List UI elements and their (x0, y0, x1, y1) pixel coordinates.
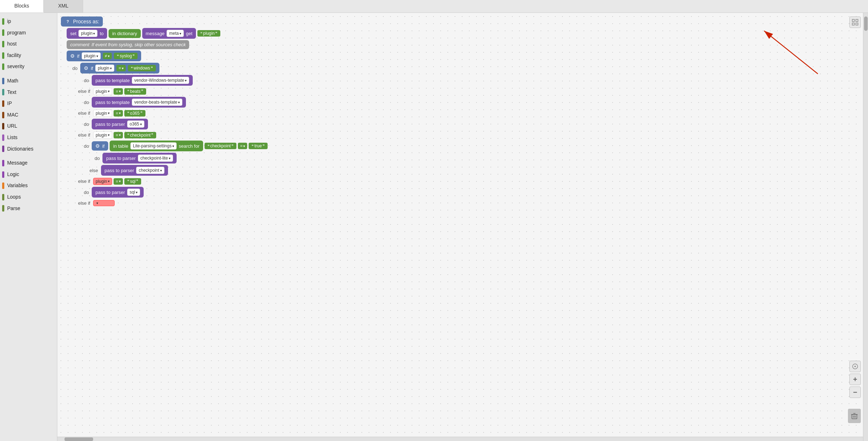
sidebar-item-parse[interactable]: Parse (0, 203, 57, 214)
plugin-dropdown-3[interactable]: ▾ (110, 66, 112, 70)
pass-windows-block[interactable]: pass to template vendor-Windows-template… (92, 75, 193, 86)
syslog-string-pill[interactable]: ❝ syslog ❞ (114, 53, 138, 59)
sql-string-pill[interactable]: ❝ sql ❞ (124, 178, 141, 185)
in-table-block[interactable]: in table Lite-parsing-settings ▾ search … (110, 141, 203, 151)
o365-parser-dropdown[interactable]: ▾ (140, 122, 142, 126)
plugin-dropdown-arrow[interactable]: ▾ (93, 32, 95, 35)
checkpoint-lite-pill[interactable]: checkpoint-lite ▾ (138, 155, 173, 162)
neq-symbol: ≠ (105, 53, 107, 58)
sidebar-item-ip2[interactable]: IP (0, 98, 57, 109)
pass-sql-block[interactable]: pass to parser sql ▾ (92, 187, 144, 198)
plugin-dropdown-6[interactable]: ▾ (108, 133, 110, 137)
plugin-dropdown-8[interactable]: ▾ (96, 201, 98, 205)
pass-o365-block[interactable]: pass to parser o365 ▾ (92, 119, 148, 129)
plugin-dropdown-4[interactable]: ▾ (108, 89, 110, 93)
sidebar-item-host[interactable]: host (0, 38, 57, 50)
beats-string-pill[interactable]: ❝ beats ❞ (124, 88, 146, 95)
process-block[interactable]: ? Process as: (61, 16, 103, 27)
canvas-area[interactable]: ? Process as: set plugin ▾ to in diction… (57, 13, 868, 441)
sidebar-item-message[interactable]: Message (0, 157, 57, 169)
tab-xml[interactable]: XML (44, 0, 83, 13)
sidebar-item-text[interactable]: Text (0, 87, 57, 98)
eq-dropdown-3[interactable]: ▾ (119, 111, 121, 115)
eq-pill-5[interactable]: = ▾ (238, 143, 247, 149)
plugin-dropdown-7[interactable]: ▾ (108, 179, 110, 183)
sidebar-item-lists[interactable]: Lists (0, 132, 57, 143)
plugin-pill-5[interactable]: plugin ▾ (93, 110, 112, 117)
set-block[interactable]: set plugin ▾ to (67, 28, 107, 39)
message-meta-block[interactable]: message meta ▾ get (142, 28, 196, 39)
tab-blocks[interactable]: Blocks (0, 0, 44, 13)
plugin-pill-4[interactable]: plugin ▾ (93, 88, 112, 95)
eq-dropdown-1[interactable]: ▾ (122, 66, 124, 70)
expand-button[interactable] (849, 16, 861, 28)
pass-beats-block[interactable]: pass to template vendor-beats-template ▾ (92, 97, 186, 108)
checkpoint-lite-dropdown[interactable]: ▾ (169, 156, 171, 160)
plugin-pill-8[interactable]: ▾ (93, 200, 115, 206)
vendor-windows-pill[interactable]: vendor-Windows-template ▾ (132, 77, 189, 84)
eq-dropdown-2[interactable]: ▾ (119, 89, 121, 93)
h-scrollbar-thumb[interactable] (64, 437, 93, 441)
if-syslog-block[interactable]: ⚙ if plugin ▾ ≠ ▾ ❝ syslog ❞ (67, 51, 141, 61)
zoom-out-button[interactable]: − (849, 387, 861, 398)
o365-string-pill[interactable]: ❝ o365 ❞ (124, 110, 145, 117)
neq-dropdown[interactable]: ▾ (108, 54, 110, 58)
zoom-in-button[interactable]: + (849, 374, 861, 385)
sql-parser-dropdown[interactable]: ▾ (136, 190, 138, 194)
trash-button[interactable] (848, 409, 861, 423)
in-dictionary-block[interactable]: in dictionary (109, 29, 140, 38)
vendor-beats-pill[interactable]: vendor-beats-template ▾ (132, 99, 182, 106)
sidebar-item-logic[interactable]: Logic (0, 169, 57, 180)
plugin-pill-1[interactable]: plugin ▾ (78, 30, 97, 37)
sidebar-item-severity[interactable]: severity (0, 61, 57, 72)
vendor-windows-dropdown[interactable]: ▾ (185, 79, 187, 82)
plugin-pill-3[interactable]: plugin ▾ (95, 65, 114, 72)
checkpoint-parser-dropdown[interactable]: ▾ (160, 169, 162, 172)
plugin-pill-7[interactable]: plugin ▾ (93, 178, 112, 185)
plugin-pill-2[interactable]: plugin ▾ (82, 52, 101, 60)
checkpoint-key-pill[interactable]: ❝ checkpoint ❞ (205, 143, 236, 149)
plugin-dropdown-2[interactable]: ▾ (96, 54, 98, 58)
lite-parsing-pill[interactable]: Lite-parsing-settings ▾ (130, 142, 177, 150)
canvas-scrollbar[interactable] (863, 13, 868, 441)
vendor-beats-dropdown[interactable]: ▾ (178, 100, 180, 104)
recenter-button[interactable] (849, 361, 861, 372)
eq-dropdown-6[interactable]: ▾ (119, 179, 121, 183)
checkpoint-string-pill[interactable]: ❝ checkpoint ❞ (124, 132, 156, 138)
plugin-pill-6[interactable]: plugin ▾ (93, 132, 112, 139)
sidebar-item-loops[interactable]: Loops (0, 191, 57, 203)
meta-dropdown-arrow[interactable]: ▾ (179, 32, 181, 35)
plugin-string-pill[interactable]: ❝ plugin ❞ (197, 30, 220, 37)
eq-dropdown-5[interactable]: ▾ (243, 144, 245, 148)
eq-pill-4[interactable]: = ▾ (114, 132, 123, 138)
eq-pill-2[interactable]: = ▾ (114, 88, 123, 95)
true-string-pill[interactable]: ❝ true ❞ (249, 143, 268, 149)
sidebar-item-dictionaries[interactable]: Dictionaries (0, 143, 57, 155)
eq-pill-1[interactable]: = ▾ (116, 65, 126, 71)
pass-checkpoint-block[interactable]: pass to parser checkpoint ▾ (101, 165, 168, 176)
eq-pill-6[interactable]: = ▾ (114, 178, 123, 185)
neq-pill[interactable]: ≠ ▾ (103, 53, 112, 59)
sidebar-item-mac[interactable]: MAC (0, 109, 57, 121)
plugin-dropdown-5[interactable]: ▾ (108, 111, 110, 115)
checkpoint-parser-pill[interactable]: checkpoint ▾ (136, 167, 164, 174)
lite-parsing-dropdown[interactable]: ▾ (172, 144, 174, 148)
sidebar-item-url[interactable]: URL (0, 120, 57, 132)
horizontal-scrollbar[interactable] (57, 437, 863, 441)
comment-block[interactable]: comment If event from syslog, skip other… (67, 40, 189, 49)
sidebar-item-program[interactable]: program (0, 27, 57, 39)
eq-pill-3[interactable]: = ▾ (114, 110, 123, 117)
o365-parser-pill[interactable]: o365 ▾ (127, 120, 144, 128)
if-windows-block[interactable]: ⚙ if plugin ▾ = ▾ ❝ windows ❞ (80, 63, 159, 74)
sidebar-item-facility[interactable]: facility (0, 50, 57, 61)
sidebar-item-math[interactable]: Math (0, 75, 57, 87)
sidebar-item-variables[interactable]: Variables (0, 180, 57, 191)
pass-checkpoint-lite-block[interactable]: pass to parser checkpoint-lite ▾ (102, 153, 176, 163)
sidebar-item-ip[interactable]: ip (0, 16, 57, 27)
scrollbar-thumb[interactable] (864, 16, 868, 31)
windows-string-pill[interactable]: ❝ windows ❞ (128, 65, 156, 71)
eq-dropdown-4[interactable]: ▾ (119, 133, 121, 137)
meta-pill[interactable]: meta ▾ (167, 30, 184, 37)
if-table-block[interactable]: ⚙ if (92, 141, 108, 151)
sql-parser-pill[interactable]: sql ▾ (127, 189, 140, 196)
